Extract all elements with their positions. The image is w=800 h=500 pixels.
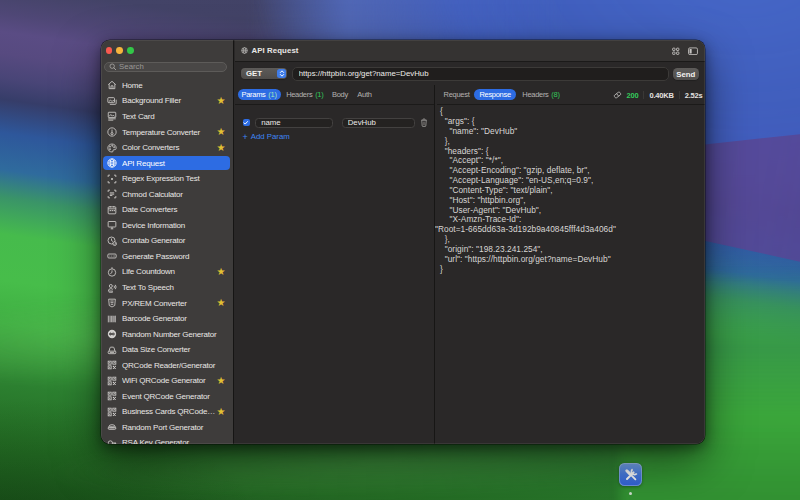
- method-select[interactable]: GET: [241, 68, 287, 79]
- search-icon: [109, 63, 117, 71]
- param-row: [243, 118, 428, 129]
- response-json-line: "url": "https://httpbin.org/get?name=Dev…: [440, 255, 703, 265]
- sidebar-item-label: Date Converters: [122, 205, 225, 214]
- qrcode-icon: [107, 376, 122, 386]
- lifecd-icon: [107, 267, 122, 277]
- add-param-button[interactable]: + Add Param: [243, 132, 290, 142]
- home-icon: [107, 80, 122, 90]
- favorite-star-icon: ★: [217, 376, 225, 386]
- sidebar-item-business-cards-qrcode[interactable]: Business Cards QRCode…★: [103, 405, 230, 419]
- response-json-line: }: [440, 265, 703, 275]
- response-size: 0.40KB: [644, 91, 678, 100]
- request-url-row: GET Send: [235, 63, 706, 85]
- datasize-icon: [107, 345, 122, 355]
- sidebar-item-label: Generate Password: [122, 252, 225, 261]
- favorite-star-icon: ★: [217, 267, 225, 277]
- qrcode-icon: [107, 391, 122, 401]
- response-tabs: Request Response Headers (8) 200 0.40KB …: [437, 85, 705, 105]
- param-enabled-checkbox[interactable]: [243, 119, 250, 126]
- sidebar-item-qrcode-reader-generator[interactable]: QRCode Reader/Generator: [103, 358, 230, 372]
- sidebar-item-label: Chmod Calculator: [122, 190, 225, 199]
- chmod-icon: [107, 189, 122, 199]
- sidebar-item-label: API Request: [122, 159, 225, 168]
- sidebar-item-wifi-qrcode-generator[interactable]: WiFi QRCode Generator★: [103, 374, 230, 388]
- sidebar-item-px-rem-converter[interactable]: PX/REM Converter★: [103, 296, 230, 310]
- sidebar-item-label: Random Port Generator: [122, 423, 225, 432]
- sidebar-item-date-converters[interactable]: Date Converters: [103, 203, 230, 217]
- param-value-input[interactable]: [342, 118, 416, 129]
- sidebar-item-regex-expression-test[interactable]: Regex Expression Test: [103, 172, 230, 186]
- sidebar-item-home[interactable]: Home: [103, 78, 230, 92]
- sidebar-item-label: Background Filler: [122, 96, 215, 105]
- response-body[interactable]: { "args": { "name": "DevHub" }, "headers…: [435, 107, 703, 443]
- tab-auth[interactable]: Auth: [357, 90, 371, 99]
- tab-response-headers[interactable]: Headers (8): [522, 90, 559, 99]
- sidebar-item-barcode-generator[interactable]: Barcode Generator: [103, 312, 230, 326]
- sidebar-item-crontab-generator[interactable]: Crontab Generator: [103, 234, 230, 248]
- regex-icon: [107, 174, 122, 184]
- search-input[interactable]: [119, 62, 226, 71]
- sidebar-item-generate-password[interactable]: Generate Password: [103, 249, 230, 263]
- sidebar-item-label: QRCode Reader/Generator: [122, 361, 225, 370]
- tab-body[interactable]: Body: [332, 90, 348, 99]
- pxrem-icon: [107, 298, 122, 308]
- sidebar-item-label: Life Countdown: [122, 267, 215, 276]
- device-icon: [107, 220, 122, 230]
- barcode-icon: [107, 314, 122, 324]
- response-json-line: "name": "DevHub": [440, 127, 703, 137]
- sidebar-item-random-port-generator[interactable]: Random Port Generator: [103, 420, 230, 434]
- sidebar-item-label: Barcode Generator: [122, 314, 225, 323]
- password-icon: [107, 251, 122, 261]
- palette-icon: [107, 143, 122, 153]
- grid-view-icon[interactable]: [672, 47, 680, 56]
- dock-devhub-icon[interactable]: [619, 463, 642, 486]
- window-titlebar: API Request: [235, 40, 706, 62]
- sidebar-item-label: Random Number Generator: [122, 330, 225, 339]
- clear-response-icon[interactable]: [613, 91, 622, 99]
- sidebar-item-life-countdown[interactable]: Life Countdown★: [103, 265, 230, 279]
- toggle-sidebar-icon[interactable]: [688, 47, 698, 56]
- sidebar-item-random-number-generator[interactable]: Random Number Generator: [103, 327, 230, 341]
- method-value: GET: [246, 69, 277, 78]
- sidebar-item-api-request[interactable]: API Request: [103, 156, 230, 170]
- sidebar-item-rsa-key-generator[interactable]: RSA Key Generator: [103, 436, 230, 444]
- sidebar-item-device-information[interactable]: Device Information: [103, 218, 230, 232]
- traffic-lights: [106, 47, 135, 54]
- sidebar-item-label: PX/REM Converter: [122, 299, 215, 308]
- request-tabs: Params (1) Headers (1) Body Auth: [235, 85, 435, 105]
- favorite-star-icon: ★: [217, 143, 225, 153]
- plus-icon: +: [243, 132, 248, 142]
- send-button[interactable]: Send: [673, 68, 700, 80]
- url-input[interactable]: [292, 67, 669, 81]
- bgfiller-icon: [107, 96, 122, 106]
- sidebar: HomeBackground Filler★Text CardTemperatu…: [101, 40, 234, 444]
- textcard-icon: [107, 111, 122, 121]
- param-key-input[interactable]: [255, 118, 333, 129]
- sidebar-item-data-size-converter[interactable]: Data Size Converter: [103, 343, 230, 357]
- request-editor-pane: Params (1) Headers (1) Body Auth: [235, 85, 436, 444]
- sidebar-item-text-to-speech[interactable]: Text To Speech: [103, 281, 230, 295]
- sidebar-item-label: Home: [122, 81, 225, 90]
- sidebar-item-chmod-calculator[interactable]: Chmod Calculator: [103, 187, 230, 201]
- response-json-line: "Root=1-665dd63a-3d192b9a40845fff4d3a406…: [435, 225, 703, 235]
- delete-param-icon[interactable]: [420, 118, 428, 127]
- sidebar-item-background-filler[interactable]: Background Filler★: [103, 94, 230, 108]
- temp-icon: [107, 127, 122, 137]
- zoom-button[interactable]: [127, 47, 134, 54]
- sidebar-item-label: Text Card: [122, 112, 225, 121]
- sidebar-item-color-converters[interactable]: Color Converters★: [103, 141, 230, 155]
- tab-response[interactable]: Response: [474, 89, 516, 100]
- tab-headers[interactable]: Headers (1): [286, 90, 323, 99]
- tab-request[interactable]: Request: [444, 90, 470, 99]
- close-button[interactable]: [106, 47, 113, 54]
- sidebar-item-label: Event QRCode Generator: [122, 392, 225, 401]
- sidebar-item-text-card[interactable]: Text Card: [103, 109, 230, 123]
- minimize-button[interactable]: [116, 47, 123, 54]
- search-box[interactable]: [104, 62, 228, 72]
- sidebar-item-temperature-converter[interactable]: Temperature Converter★: [103, 125, 230, 139]
- dock-running-indicator: [629, 492, 632, 495]
- sidebar-item-label: Color Converters: [122, 143, 215, 152]
- sidebar-item-event-qrcode-generator[interactable]: Event QRCode Generator: [103, 389, 230, 403]
- tab-params[interactable]: Params (1): [238, 89, 281, 100]
- qrcode-icon: [107, 360, 122, 370]
